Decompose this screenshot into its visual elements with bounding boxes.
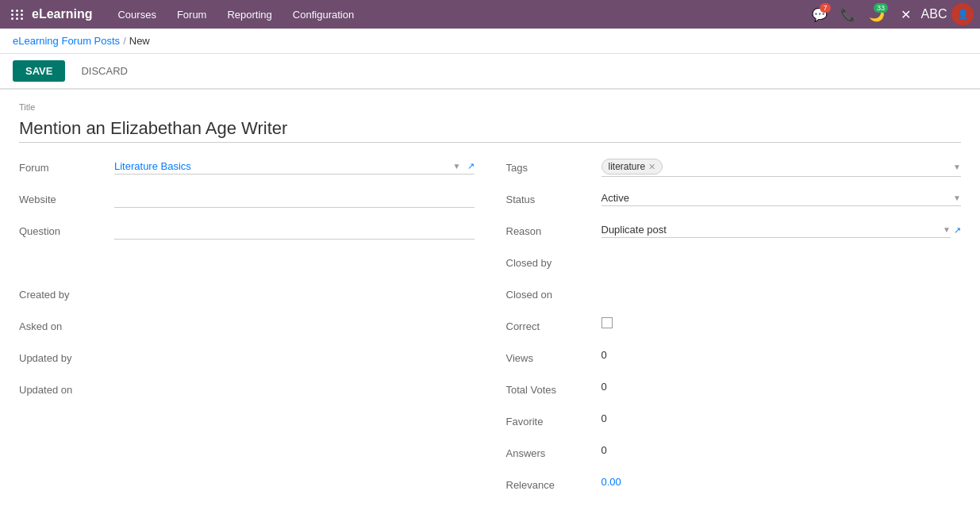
form-right: Tags literature ✕ ▼ Status [506,159,962,508]
website-row: Website [19,190,475,213]
forum-row: Forum Literature Basics ▼ ↗ [19,159,475,181]
breadcrumb-separator: / [123,35,126,47]
website-label: Website [19,190,114,205]
created-by-row: Created by [19,286,475,308]
favorite-row: Favorite 0 [506,412,962,435]
answers-count-label: Answers [506,444,601,459]
asked-on-label: Asked on [19,317,114,332]
correct-row: Correct [506,317,962,339]
action-bar: SAVE DISCARD [0,54,980,89]
views-value: 0 [601,349,962,361]
views-label: Views [506,349,601,364]
question-label: Question [19,222,114,237]
forum-dropdown-arrow: ▼ [453,162,461,171]
reason-select[interactable]: Duplicate post ▼ ↗ [601,222,962,238]
relevance-value: 0.00 [601,476,962,488]
title-field-group: Title [19,102,961,159]
closed-on-label: Closed on [506,286,601,301]
main-menu: Courses Forum Reporting Configuration [108,4,809,25]
status-label: Status [506,190,601,205]
breadcrumb-parent[interactable]: eLearning Forum Posts [13,35,120,47]
app-brand: eLearning [32,7,92,21]
apps-menu-icon[interactable] [6,3,29,25]
tags-dropdown-arrow[interactable]: ▼ [953,163,961,171]
topbar-right: 💬 7 📞 🌙 33 ✕ ABC 👤 [809,3,974,25]
status-dropdown-text: Active [601,192,954,204]
correct-value [601,317,962,331]
reason-external-link-icon[interactable]: ↗ [954,225,961,236]
form-container: Title Forum Literature Basics ▼ ↗ Websit… [0,90,980,510]
title-input[interactable] [19,115,961,143]
tag-remove-icon[interactable]: ✕ [648,162,655,172]
notifications-icon[interactable]: 💬 7 [809,3,831,25]
chat-badge: 33 [874,3,888,13]
total-votes-value: 0 [601,381,962,393]
closed-by-row: Closed by [506,254,962,276]
updated-by-row: Updated by [19,349,475,371]
forum-select-text: Literature Basics [114,160,450,172]
updated-on-row: Updated on [19,381,475,403]
form-left: Forum Literature Basics ▼ ↗ Website Q [19,159,475,508]
updated-on-label: Updated on [19,381,114,396]
reason-arrow: ▼ [943,225,951,234]
title-label: Title [19,102,961,112]
status-value: Active ▼ [601,190,962,206]
relevance-label: Relevance [506,476,601,491]
breadcrumb: eLearning Forum Posts / New [0,29,980,54]
nav-reporting[interactable]: Reporting [217,4,281,25]
notifications-badge: 7 [820,3,831,13]
asked-on-row: Asked on [19,317,475,339]
question-row: Question [19,222,475,244]
status-row: Status Active ▼ [506,190,962,213]
forum-select[interactable]: Literature Basics ▼ ↗ [114,159,475,174]
closed-by-label: Closed by [506,254,601,269]
favorite-value: 0 [601,412,962,424]
status-dropdown[interactable]: Active ▼ [601,190,962,206]
forum-label: Forum [19,159,114,174]
nav-configuration[interactable]: Configuration [283,4,363,25]
created-by-label: Created by [19,286,114,301]
tag-literature: literature ✕ [601,159,663,174]
reason-label: Reason [506,222,601,237]
answers-count-row: Answers 0 [506,444,962,466]
nav-courses[interactable]: Courses [108,4,165,25]
user-text-icon[interactable]: ABC [923,3,945,25]
closed-on-row: Closed on [506,286,962,308]
phone-icon[interactable]: 📞 [837,3,859,25]
answers-count-value: 0 [601,444,962,456]
updated-by-label: Updated by [19,349,114,364]
top-navigation: eLearning Courses Forum Reporting Config… [0,0,980,29]
question-value[interactable] [114,222,475,240]
tags-value: literature ✕ ▼ [601,159,962,177]
form-body: Forum Literature Basics ▼ ↗ Website Q [19,159,961,508]
correct-label: Correct [506,317,601,332]
total-votes-row: Total Votes 0 [506,381,962,403]
close-icon[interactable]: ✕ [894,3,917,25]
tags-row: Tags literature ✕ ▼ [506,159,962,181]
website-value[interactable] [114,190,475,208]
favorite-label: Favorite [506,412,601,428]
forum-external-link-icon[interactable]: ↗ [467,161,475,171]
discard-button[interactable]: DISCARD [71,60,137,82]
total-votes-label: Total Votes [506,381,601,396]
nav-forum[interactable]: Forum [167,4,217,25]
tags-label: Tags [506,159,601,174]
reason-value: Duplicate post ▼ ↗ [601,222,962,238]
correct-checkbox[interactable] [601,317,613,328]
forum-value: Literature Basics ▼ ↗ [114,159,475,174]
chat-icon[interactable]: 🌙 33 [866,3,888,25]
user-avatar[interactable]: 👤 [951,3,974,25]
status-dropdown-arrow: ▼ [953,194,961,202]
reason-text: Duplicate post [601,224,943,236]
save-button[interactable]: SAVE [13,60,65,82]
views-row: Views 0 [506,349,962,371]
relevance-row: Relevance 0.00 [506,476,962,498]
breadcrumb-current: New [129,35,150,47]
reason-row: Reason Duplicate post ▼ ↗ [506,222,962,244]
